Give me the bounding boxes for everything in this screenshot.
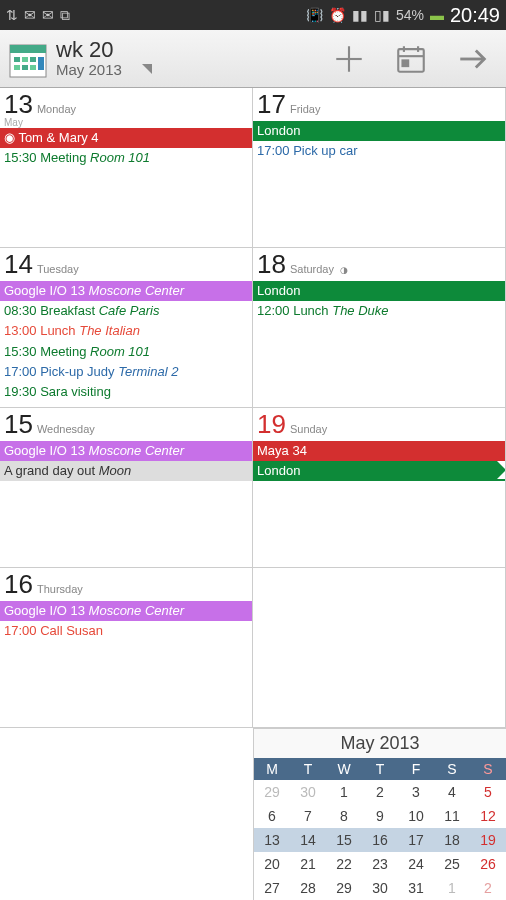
usb-icon: ⇅ [6, 7, 18, 23]
today-button[interactable] [394, 42, 428, 76]
event-item[interactable]: 17:00 Call Susan [0, 621, 252, 641]
day-name: Friday [290, 103, 321, 115]
mini-day[interactable]: 27 [254, 876, 290, 900]
event-item[interactable]: A grand day out Moon [0, 461, 252, 481]
mini-day[interactable]: 11 [434, 804, 470, 828]
day-cell[interactable]: 16ThursdayGoogle I/O 13 Moscone Center17… [0, 568, 253, 728]
mini-day[interactable]: 29 [254, 780, 290, 804]
mini-day[interactable]: 29 [326, 876, 362, 900]
day-cell[interactable]: 19SundayMaya 34London [253, 408, 506, 568]
mini-day[interactable]: 28 [290, 876, 326, 900]
mini-day[interactable]: 2 [362, 780, 398, 804]
svg-rect-5 [14, 65, 20, 70]
mini-day[interactable]: 20 [254, 852, 290, 876]
signal-icon: ▮▮ [352, 7, 368, 23]
mini-day[interactable]: 16 [362, 828, 398, 852]
mini-day[interactable]: 22 [326, 852, 362, 876]
event-item[interactable]: 17:00 Pick-up Judy Terminal 2 [0, 362, 252, 382]
day-name: Thursday [37, 583, 83, 595]
event-item[interactable]: London [253, 461, 505, 481]
svg-rect-2 [14, 57, 20, 62]
mini-day[interactable]: 19 [470, 828, 506, 852]
svg-rect-1 [10, 45, 46, 53]
day-sublabel: May [0, 117, 252, 128]
day-name: Sunday [290, 423, 327, 435]
android-status-bar: ⇅ ✉ ✉ ⧉ 📳 ⏰ ▮▮ ▯▮ 54% ▬ 20:49 [0, 0, 506, 30]
day-number: 13 [4, 89, 33, 120]
mail-icon: ✉ [24, 7, 36, 23]
dropdown-icon [142, 64, 152, 74]
mini-day[interactable]: 7 [290, 804, 326, 828]
day-number: 16 [4, 569, 33, 600]
day-name: Monday [37, 103, 76, 115]
event-item[interactable]: 15:30 Meeting Room 101 [0, 342, 252, 362]
week-grid: 13MondayMay◉ Tom & Mary 415:30 Meeting R… [0, 88, 506, 728]
event-item[interactable]: 19:30 Sara visiting [0, 382, 252, 402]
event-item[interactable]: Google I/O 13 Moscone Center [0, 441, 252, 461]
view-selector[interactable]: wk 20 May 2013 [56, 39, 332, 78]
app-icon[interactable] [8, 39, 48, 79]
mini-dow: S [434, 758, 470, 780]
day-number: 17 [257, 89, 286, 120]
add-event-button[interactable] [332, 42, 366, 76]
mini-day[interactable]: 15 [326, 828, 362, 852]
mini-day[interactable]: 26 [470, 852, 506, 876]
event-item[interactable]: 13:00 Lunch The Italian [0, 321, 252, 341]
mini-calendar[interactable]: May 2013 MTWTFSS 29301234567891011121314… [253, 728, 506, 900]
alarm-icon: ⏰ [329, 7, 346, 23]
mini-day[interactable]: 30 [362, 876, 398, 900]
mini-day[interactable]: 24 [398, 852, 434, 876]
mini-day[interactable]: 23 [362, 852, 398, 876]
mini-day[interactable]: 13 [254, 828, 290, 852]
mini-dow: T [290, 758, 326, 780]
event-item[interactable]: 12:00 Lunch The Duke [253, 301, 505, 321]
day-cell[interactable]: 17FridayLondon17:00 Pick up car [253, 88, 506, 248]
day-cell[interactable] [253, 568, 506, 728]
mini-day[interactable]: 14 [290, 828, 326, 852]
mini-day[interactable]: 8 [326, 804, 362, 828]
mini-day[interactable]: 4 [434, 780, 470, 804]
mini-day[interactable]: 21 [290, 852, 326, 876]
mini-day[interactable]: 10 [398, 804, 434, 828]
svg-rect-6 [22, 65, 28, 70]
month-label: May 2013 [56, 61, 122, 78]
event-item[interactable]: London [253, 281, 505, 301]
next-button[interactable] [456, 42, 490, 76]
mini-day[interactable]: 1 [326, 780, 362, 804]
day-cell[interactable]: 18Saturday◑London12:00 Lunch The Duke [253, 248, 506, 408]
week-label: wk 20 [56, 39, 122, 61]
day-number: 18 [257, 249, 286, 280]
mini-day[interactable]: 30 [290, 780, 326, 804]
mini-dow: W [326, 758, 362, 780]
event-item[interactable]: 17:00 Pick up car [253, 141, 505, 161]
mini-day[interactable]: 3 [398, 780, 434, 804]
mini-day[interactable]: 17 [398, 828, 434, 852]
day-number: 15 [4, 409, 33, 440]
mini-day[interactable]: 6 [254, 804, 290, 828]
event-item[interactable]: 08:30 Breakfast Cafe Paris [0, 301, 252, 321]
moon-icon: ◑ [340, 265, 348, 275]
mini-day[interactable]: 9 [362, 804, 398, 828]
day-name: Wednesday [37, 423, 95, 435]
mini-day[interactable]: 31 [398, 876, 434, 900]
mini-cal-table: MTWTFSS 29301234567891011121314151617181… [254, 758, 506, 900]
event-item[interactable]: Maya 34 [253, 441, 505, 461]
day-cell[interactable]: 13MondayMay◉ Tom & Mary 415:30 Meeting R… [0, 88, 253, 248]
signal-icon-2: ▯▮ [374, 7, 390, 23]
event-item[interactable]: Google I/O 13 Moscone Center [0, 281, 252, 301]
mini-dow: M [254, 758, 290, 780]
event-item[interactable]: ◉ Tom & Mary 4 [0, 128, 252, 148]
mini-day[interactable]: 5 [470, 780, 506, 804]
day-cell[interactable]: 15WednesdayGoogle I/O 13 Moscone CenterA… [0, 408, 253, 568]
mini-day[interactable]: 18 [434, 828, 470, 852]
event-item[interactable]: 15:30 Meeting Room 101 [0, 148, 252, 168]
day-cell[interactable]: 14TuesdayGoogle I/O 13 Moscone Center08:… [0, 248, 253, 408]
event-item[interactable]: Google I/O 13 Moscone Center [0, 601, 252, 621]
mini-day[interactable]: 25 [434, 852, 470, 876]
mini-day[interactable]: 1 [434, 876, 470, 900]
mini-day[interactable]: 12 [470, 804, 506, 828]
mail-icon-2: ✉ [42, 7, 54, 23]
event-item[interactable]: London [253, 121, 505, 141]
mini-cal-title: May 2013 [254, 729, 506, 758]
mini-day[interactable]: 2 [470, 876, 506, 900]
